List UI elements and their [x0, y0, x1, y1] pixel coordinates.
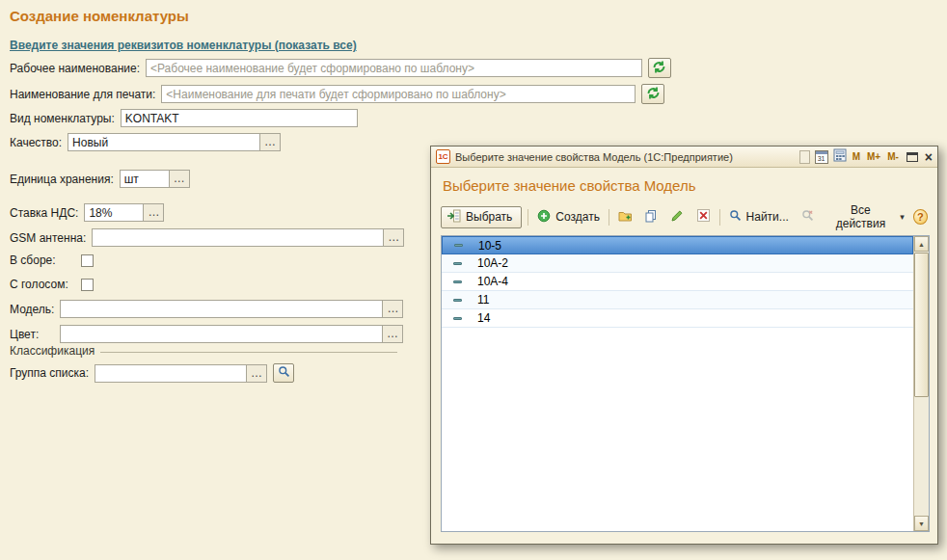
- maximize-button[interactable]: [905, 149, 920, 165]
- gsm-select-button[interactable]: …: [384, 228, 404, 247]
- help-button[interactable]: ?: [913, 209, 928, 225]
- item-dash-icon: [453, 299, 462, 302]
- color-input[interactable]: [60, 325, 383, 343]
- vat-select-button[interactable]: …: [144, 203, 164, 222]
- list-group-search-button[interactable]: [273, 363, 294, 383]
- gsm-label: GSM антенна:: [10, 231, 86, 245]
- color-row: Цвет: …: [10, 325, 403, 343]
- vat-input[interactable]: [84, 203, 144, 222]
- close-button[interactable]: ×: [925, 150, 933, 164]
- show-all-attributes-link[interactable]: Введите значения реквизитов номенклатуры…: [10, 39, 357, 52]
- copy-button[interactable]: [641, 206, 662, 227]
- calculator-button[interactable]: [833, 148, 847, 166]
- chevron-down-icon: ▾: [900, 212, 905, 222]
- create-button[interactable]: Создать: [534, 207, 603, 227]
- model-select-button[interactable]: …: [383, 300, 403, 318]
- clear-search-button[interactable]: [798, 206, 818, 227]
- delete-button[interactable]: [693, 206, 714, 227]
- folder-plus-icon: [618, 209, 633, 226]
- gsm-row: GSM антенна: …: [10, 228, 404, 247]
- toolbar-separator: [609, 209, 609, 226]
- voice-label: С голосом:: [10, 278, 75, 291]
- working-name-input[interactable]: [146, 59, 642, 77]
- assembled-row: В сборе:: [10, 253, 94, 267]
- dialog-titlebar[interactable]: 1С Выберите значение свойства Модель (1С…: [431, 147, 937, 168]
- scroll-down-button[interactable]: ▼: [914, 516, 929, 531]
- color-label: Цвет:: [10, 328, 54, 341]
- vat-row: Ставка НДС: …: [10, 203, 164, 222]
- model-label: Модель:: [10, 303, 54, 316]
- voice-row: С голосом:: [10, 278, 94, 291]
- calendar-button[interactable]: 31: [815, 150, 828, 164]
- item-dash-icon: [453, 280, 462, 283]
- all-actions-button[interactable]: Все действия ▾: [824, 201, 907, 232]
- model-input[interactable]: [60, 300, 383, 318]
- magnifier-icon: [278, 365, 290, 381]
- page-title: Создание номенклатуры: [10, 8, 189, 24]
- print-name-row: Наименование для печати:: [10, 84, 664, 104]
- working-name-label: Рабочее наименование:: [10, 62, 140, 75]
- list-item[interactable]: 14: [442, 309, 913, 328]
- list-item[interactable]: 10A-2: [442, 254, 913, 273]
- list-group-input[interactable]: [95, 364, 247, 383]
- m-minus-button[interactable]: M-: [886, 151, 900, 162]
- classification-group: Классификация: [10, 344, 397, 358]
- print-name-label: Наименование для печати:: [10, 88, 155, 101]
- list-group-label: Группа списка:: [10, 366, 89, 380]
- voice-checkbox[interactable]: [81, 279, 94, 291]
- 1c-logo-icon: 1С: [436, 149, 450, 164]
- unit-select-button[interactable]: …: [170, 170, 190, 188]
- list-item-label: 10A-4: [477, 275, 508, 288]
- kind-input[interactable]: [121, 109, 358, 127]
- select-icon: [446, 209, 461, 226]
- assembled-label: В сборе:: [10, 253, 75, 267]
- assembled-checkbox[interactable]: [81, 254, 94, 267]
- unit-row: Единица хранения: …: [10, 170, 190, 188]
- m-button[interactable]: M: [852, 151, 861, 162]
- list-item-label: 10-5: [478, 239, 501, 253]
- pencil-icon: [670, 209, 684, 226]
- quality-label: Качество:: [10, 136, 62, 149]
- generate-by-template-button[interactable]: [648, 58, 671, 78]
- item-dash-icon: [454, 244, 463, 247]
- doc-icon: [799, 150, 810, 164]
- list-item[interactable]: 10-5: [442, 236, 913, 254]
- list-group-select-button[interactable]: …: [247, 364, 267, 383]
- copy-icon: [644, 209, 658, 226]
- toolbar-separator: [719, 209, 720, 226]
- classification-label: Классификация: [10, 344, 95, 358]
- select-value-dialog: 1С Выберите значение свойства Модель (1С…: [430, 146, 938, 545]
- dialog-title: Выберите значение свойства Модель (1С:Пр…: [455, 151, 795, 163]
- select-button[interactable]: Выбрать: [441, 206, 522, 228]
- dialog-toolbar: Выбрать Создать: [441, 204, 928, 229]
- generate-print-by-template-button[interactable]: [641, 84, 664, 104]
- find-icon: [729, 209, 742, 225]
- values-list-rows: 10-510A-210A-41114: [442, 236, 913, 531]
- list-group-row: Группа списка: …: [10, 363, 294, 383]
- color-select-button[interactable]: …: [383, 325, 403, 343]
- m-plus-button[interactable]: M+: [866, 151, 881, 162]
- clear-search-icon: [801, 209, 814, 225]
- find-button[interactable]: Найти...: [726, 207, 792, 227]
- list-item-label: 11: [477, 293, 489, 307]
- quality-select-button[interactable]: …: [260, 133, 281, 151]
- scroll-up-button[interactable]: ▲: [914, 236, 929, 252]
- edit-button[interactable]: [667, 206, 688, 227]
- scroll-thumb[interactable]: [914, 253, 929, 397]
- quality-input[interactable]: [68, 133, 260, 151]
- calendar-day: 31: [818, 154, 825, 163]
- kind-label: Вид номенклатуры:: [10, 112, 115, 125]
- kind-row: Вид номенклатуры:: [10, 109, 358, 127]
- model-row: Модель: …: [10, 300, 403, 318]
- gsm-input[interactable]: [92, 228, 384, 247]
- unit-input[interactable]: [120, 170, 170, 188]
- vertical-scrollbar[interactable]: ▲ ▼: [913, 236, 929, 531]
- print-name-input[interactable]: [161, 85, 636, 103]
- create-group-button[interactable]: [615, 206, 636, 227]
- maximize-icon: [906, 152, 918, 162]
- find-button-label: Найти...: [746, 210, 789, 224]
- list-item[interactable]: 11: [442, 291, 913, 309]
- dialog-heading: Выберите значение свойства Модель: [443, 177, 696, 194]
- unit-label: Единица хранения:: [10, 173, 114, 186]
- list-item[interactable]: 10A-4: [442, 273, 913, 291]
